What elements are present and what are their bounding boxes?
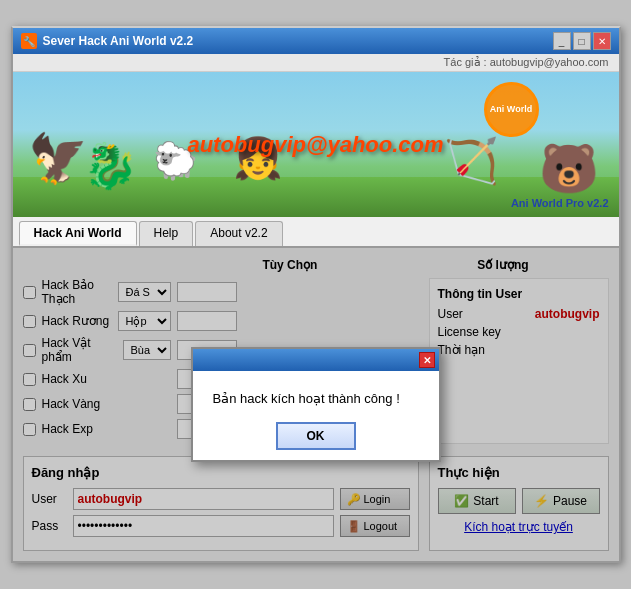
- banner-logo: Ani World: [484, 82, 539, 137]
- author-bar: Tác giả : autobugvip@yahoo.com: [13, 54, 619, 72]
- character-left: 🦅: [28, 131, 88, 187]
- dialog-ok-button[interactable]: OK: [276, 422, 356, 450]
- banner-version: Ani World Pro v2.2: [511, 197, 609, 209]
- title-bar-left: 🔧 Sever Hack Ani World v2.2: [21, 33, 194, 49]
- tab-help[interactable]: Help: [139, 221, 194, 246]
- minimize-button[interactable]: _: [553, 32, 571, 50]
- tabs-bar: Hack Ani World Help About v2.2: [13, 217, 619, 248]
- tab-hack-ani-world[interactable]: Hack Ani World: [19, 221, 137, 246]
- maximize-button[interactable]: □: [573, 32, 591, 50]
- dialog-box: ✕ Bản hack kích hoạt thành công ! OK: [191, 347, 441, 462]
- title-controls: _ □ ✕: [553, 32, 611, 50]
- main-window: 🔧 Sever Hack Ani World v2.2 _ □ ✕ Tác gi…: [11, 26, 621, 563]
- character-bear: 🐻: [539, 141, 599, 197]
- close-button[interactable]: ✕: [593, 32, 611, 50]
- dialog-body: Bản hack kích hoạt thành công ! OK: [193, 371, 439, 460]
- dialog-overlay: ✕ Bản hack kích hoạt thành công ! OK: [13, 248, 619, 561]
- logo-text: Ani World: [490, 104, 532, 115]
- banner: 🦅 🐉 🐑 👧 🏹 🐻 Ani World autobugvip@yahoo.c…: [13, 72, 619, 217]
- author-text: Tác giả : autobugvip@yahoo.com: [444, 56, 609, 68]
- dialog-titlebar: ✕: [193, 349, 439, 371]
- app-icon: 🔧: [21, 33, 37, 49]
- window-title: Sever Hack Ani World v2.2: [43, 34, 194, 48]
- banner-email: autobugvip@yahoo.com: [187, 132, 443, 158]
- title-bar: 🔧 Sever Hack Ani World v2.2 _ □ ✕: [13, 28, 619, 54]
- character-dragon: 🐉: [83, 140, 138, 192]
- main-content: Tùy Chọn Số lượng Hack Bảo Thạch Đá S Ha…: [13, 248, 619, 561]
- character-right: 🏹: [444, 135, 499, 187]
- dialog-close-button[interactable]: ✕: [419, 352, 435, 368]
- tab-about[interactable]: About v2.2: [195, 221, 282, 246]
- dialog-message: Bản hack kích hoạt thành công !: [213, 391, 419, 406]
